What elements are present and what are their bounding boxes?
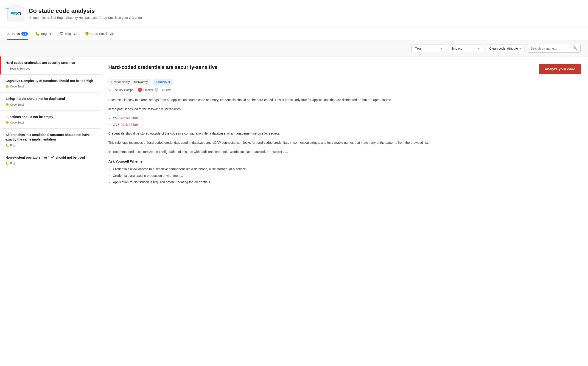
- rule-type-3: 😤 Code Smell: [6, 103, 96, 106]
- meta-severity: ! Blocker ?: [138, 88, 158, 92]
- tab-bug-label: Bug: [41, 32, 47, 36]
- svg-text:O: O: [17, 11, 21, 16]
- tab-security-badge: 2: [72, 32, 77, 36]
- rule-type-icon-5: 🐛: [6, 144, 9, 147]
- meta-type: 🛡 Security Hotspot: [108, 88, 134, 92]
- vulnerability-list: CVE-2019-13466 CVE-2018-15389: [113, 116, 581, 127]
- go-logo: G O: [10, 7, 22, 21]
- security-dot: [168, 81, 170, 83]
- tab-security-hotspot[interactable]: 🛡 Bug 2: [60, 28, 77, 40]
- rule-type-icon-3: 😤: [6, 103, 9, 106]
- desc-para5: It's recommended to customize the config…: [108, 149, 581, 155]
- impact-filter-label: Impact: [452, 47, 462, 50]
- rule-type-6: 🐛 Bug: [6, 162, 96, 165]
- desc-para4: This rule flags instances of hard-coded …: [108, 140, 581, 145]
- tag-security: Security: [153, 79, 173, 85]
- tags-filter[interactable]: Tags ▾: [411, 45, 446, 52]
- cve-link-2[interactable]: CVE-2018-15389: [113, 123, 138, 127]
- tab-security-label: Bug: [65, 32, 71, 36]
- svg-text:G: G: [13, 11, 17, 16]
- rule-title-6: Non-existent operators like "=+" should …: [6, 155, 96, 160]
- header-text: Go static code analysis Unique rules to …: [29, 7, 142, 20]
- ask-bullet-3: Application re-distribution is required …: [113, 180, 581, 185]
- meta-row: 🛡 Security Hotspot ! Blocker ? 🏷 cwe: [108, 88, 581, 92]
- cve-link-1[interactable]: CVE-2019-13466: [113, 116, 138, 120]
- desc-para2: In the past, it has led to the following…: [108, 107, 581, 112]
- search-icon: 🔍: [573, 46, 577, 51]
- tab-codesmell-label: Code Smell: [90, 32, 107, 36]
- tab-bug[interactable]: 🐛 Bug 7: [35, 28, 53, 40]
- rule-type-icon-2: 😤: [6, 85, 9, 88]
- rule-title-3: String literals should not be duplicated: [6, 97, 96, 101]
- rule-type-5: 🐛 Bug: [6, 144, 96, 147]
- impact-chevron-icon: ▾: [478, 47, 480, 50]
- tab-codesmell-badge: 29: [108, 32, 114, 36]
- ask-bullet-list: Credentials allow access to a sensitive …: [113, 167, 581, 185]
- tab-all-badge: 38: [21, 32, 28, 36]
- description: Because it is easy to extract strings fr…: [108, 97, 581, 185]
- rule-item-5[interactable]: All branches in a conditional structure …: [0, 129, 101, 151]
- rule-type-icon-4: 😤: [6, 121, 9, 124]
- rule-type-4: 😤 Code Smell: [6, 121, 96, 124]
- page-description: Unique rules to find Bugs, Security Hots…: [29, 15, 142, 20]
- blocker-icon: !: [138, 88, 142, 92]
- search-box[interactable]: 🔍: [527, 44, 581, 53]
- main-content: Hard-coded credentials are security-sens…: [0, 56, 588, 366]
- clean-code-filter[interactable]: Clean code attribute ▾: [486, 45, 524, 52]
- rule-type-icon-6: 🐛: [6, 162, 9, 165]
- page-header: G O Go static code analysis Unique rules…: [0, 0, 588, 28]
- tab-bug-badge: 7: [48, 32, 53, 36]
- ask-bullet-2: Credentials are used in production envir…: [113, 173, 581, 178]
- detail-title: Hard-coded credentials are security-sens…: [108, 64, 218, 71]
- vulnerability-item-1: CVE-2019-13466: [113, 116, 581, 121]
- tags-chevron-icon: ▾: [441, 47, 442, 50]
- desc-para3: Credentials should be stored outside of …: [108, 131, 581, 136]
- tag-label-icon: 🏷: [162, 88, 165, 92]
- meta-type-icon: 🛡: [108, 88, 111, 92]
- bug-icon: 🐛: [35, 31, 40, 36]
- impact-filter[interactable]: Impact ▾: [449, 45, 483, 52]
- rule-item-4[interactable]: Functions should not be empty 😤 Code Sme…: [0, 111, 101, 129]
- rule-title-2: Cognitive Complexity of functions should…: [6, 79, 96, 83]
- rule-item-1[interactable]: Hard-coded credentials are security-sens…: [0, 56, 101, 75]
- tab-code-smell[interactable]: 😤 Code Smell 29: [84, 28, 115, 40]
- ask-bullet-1: Credentials allow access to a sensitive …: [113, 167, 581, 172]
- rule-item-6[interactable]: Non-existent operators like "=+" should …: [0, 151, 101, 169]
- codesmell-icon: 😤: [84, 31, 89, 36]
- rule-type-2: 😤 Code Smell: [6, 85, 96, 88]
- detail-header: Hard-coded credentials are security-sens…: [108, 64, 581, 74]
- rule-type-1: 🛡 Security Hotspot: [6, 67, 96, 70]
- rule-item-3[interactable]: String literals should not be duplicated…: [0, 92, 101, 111]
- shield-icon: 🛡: [60, 32, 64, 36]
- search-input[interactable]: [531, 47, 571, 50]
- analyze-button[interactable]: Analyze your code: [539, 64, 581, 74]
- tags-filter-label: Tags: [415, 47, 422, 50]
- rule-item-2[interactable]: Cognitive Complexity of functions should…: [0, 75, 101, 93]
- vulnerability-item-2: CVE-2018-15389: [113, 122, 581, 127]
- ask-yourself-heading: Ask Yourself Whether: [108, 159, 581, 164]
- rule-list: Hard-coded credentials are security-sens…: [0, 56, 101, 366]
- rule-title-1: Hard-coded credentials are security-sens…: [6, 61, 96, 65]
- clean-code-filter-label: Clean code attribute: [489, 47, 518, 50]
- desc-para1: Because it is easy to extract strings fr…: [108, 97, 581, 103]
- page-title: Go static code analysis: [29, 7, 142, 15]
- tags-row: Responsibility - Trustworthy Security: [108, 79, 581, 85]
- filters-bar: Tags ▾ Impact ▾ Clean code attribute ▾ 🔍: [0, 40, 588, 56]
- logo-box: G O: [7, 6, 24, 22]
- rule-title-4: Functions should not be empty: [6, 115, 96, 119]
- tabs-bar: All rules 38 🐛 Bug 7 🛡 Bug 2 😤 Code Smel…: [0, 28, 588, 40]
- meta-tag: 🏷 cwe: [162, 88, 171, 92]
- rule-type-icon-1: 🛡: [6, 67, 8, 70]
- tag-responsibility: Responsibility - Trustworthy: [108, 79, 151, 85]
- tab-all-rules[interactable]: All rules 38: [7, 28, 28, 40]
- rule-title-5: All branches in a conditional structure …: [6, 133, 96, 142]
- tab-all-label: All rules: [7, 32, 20, 36]
- detail-panel: Hard-coded credentials are security-sens…: [101, 56, 588, 366]
- help-icon[interactable]: ?: [155, 88, 158, 92]
- clean-code-chevron-icon: ▾: [519, 47, 521, 50]
